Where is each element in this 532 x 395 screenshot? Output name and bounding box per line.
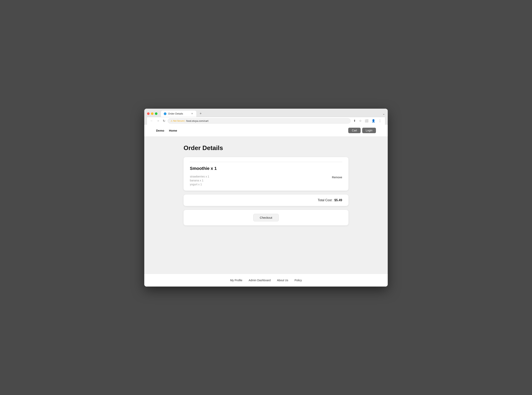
total-amount: $5.49 [334, 198, 342, 202]
profile-button[interactable]: 👤 [370, 118, 376, 123]
new-tab-button[interactable]: + [198, 111, 203, 116]
refresh-button[interactable]: ↻ [162, 118, 166, 124]
title-bar: 🌐 Order Details ✕ + ⌄ ← → ↻ ⚠ Not Secure… [144, 109, 388, 125]
page-content: Demo Home Cart Login Order Details Smoot… [144, 125, 388, 286]
footer-about-us-link[interactable]: About Us [277, 279, 288, 282]
checkout-card: Checkout [184, 210, 348, 225]
ingredient-strawberries: strawberries x 1 [190, 175, 209, 178]
url-bar[interactable]: ⚠ Not Secure | food.stvya.com/cart [168, 118, 351, 124]
footer-admin-dashboard-link[interactable]: Admin Dashboard [249, 279, 271, 282]
back-button[interactable]: ← [149, 118, 154, 123]
ingredient-yogurt: yogurt x 1 [190, 183, 209, 186]
nav-links: Demo Home [156, 129, 177, 132]
page-title: Order Details [184, 144, 348, 152]
security-label: ⚠ Not Secure [171, 120, 184, 122]
ingredients-list: strawberries x 1 banana x 1 yogurt x 1 [190, 175, 209, 186]
security-warning-icon: ⚠ Not Secure | [171, 120, 185, 122]
item-title: Smoothie x 1 [190, 166, 342, 171]
browser-window: 🌐 Order Details ✕ + ⌄ ← → ↻ ⚠ Not Secure… [144, 109, 388, 286]
browser-actions: ⬆ ☆ ⬜ 👤 ⋮ [352, 118, 383, 123]
tab-extras-icon: ⌄ [382, 112, 385, 115]
forward-button[interactable]: → [156, 118, 160, 123]
main-content: Order Details Smoothie x 1 strawberries … [144, 137, 388, 274]
tab-close-button[interactable]: ✕ [190, 112, 194, 115]
footer-my-profile-link[interactable]: My Profile [230, 279, 242, 282]
nav-home-link[interactable]: Home [169, 129, 177, 132]
total-label-text: Total Cost : [318, 198, 333, 202]
url-text: food.stvya.com/cart [186, 120, 208, 122]
address-bar: ← → ↻ ⚠ Not Secure | food.stvya.com/cart… [147, 117, 385, 125]
card-divider [190, 162, 342, 162]
checkout-button[interactable]: Checkout [253, 214, 279, 221]
ingredient-banana: banana x 1 [190, 179, 209, 182]
item-details-row: strawberries x 1 banana x 1 yogurt x 1 R… [190, 175, 342, 186]
maximize-button[interactable] [155, 112, 157, 115]
order-card: Smoothie x 1 strawberries x 1 banana x 1… [184, 157, 348, 191]
tab-title: Order Details [168, 112, 183, 115]
tab-favicon-icon: 🌐 [164, 112, 167, 115]
split-view-button[interactable]: ⬜ [364, 118, 370, 123]
bookmark-button[interactable]: ☆ [358, 118, 363, 123]
login-button[interactable]: Login [362, 128, 376, 133]
nav-actions: Cart Login [348, 128, 376, 133]
site-footer: My Profile Admin Dashboard About Us Poli… [144, 274, 388, 286]
share-button[interactable]: ⬆ [352, 118, 357, 123]
browser-tab[interactable]: 🌐 Order Details ✕ [161, 111, 196, 117]
total-card: Total Cost : $5.49 [184, 195, 348, 206]
site-nav: Demo Home Cart Login [144, 125, 388, 137]
menu-button[interactable]: ⋮ [377, 118, 383, 123]
minimize-button[interactable] [151, 112, 153, 115]
remove-button[interactable]: Remove [332, 175, 342, 180]
cart-button[interactable]: Cart [348, 128, 360, 133]
close-button[interactable] [147, 112, 150, 115]
footer-policy-link[interactable]: Policy [294, 279, 302, 282]
url-separator: | [185, 120, 185, 122]
nav-demo-link[interactable]: Demo [156, 129, 164, 132]
total-label: Total Cost : $5.49 [318, 198, 342, 202]
window-controls [147, 112, 157, 115]
